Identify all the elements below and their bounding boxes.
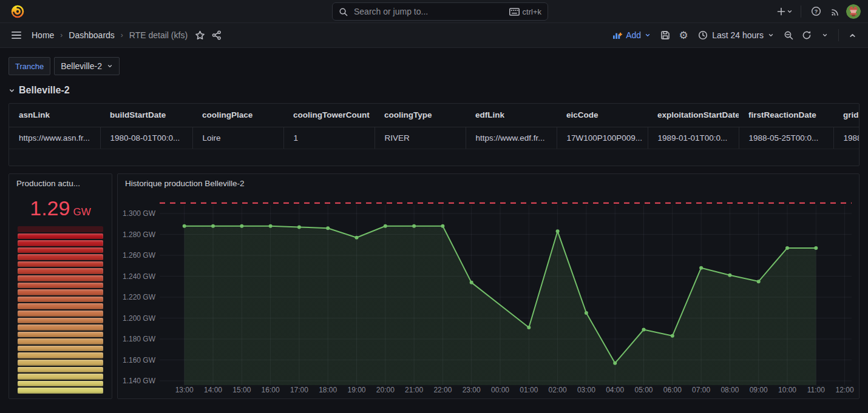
table-cell: 1988 xyxy=(833,127,860,149)
table-cell: RIVER xyxy=(375,127,466,149)
breadcrumb-dashboards[interactable]: Dashboards xyxy=(69,30,115,40)
column-header[interactable]: eicCode xyxy=(557,104,648,127)
gauge-segment xyxy=(18,388,103,394)
column-header[interactable]: firstReactionDate xyxy=(739,104,833,127)
share-icon xyxy=(212,30,222,40)
variable-selected-value: Belleville-2 xyxy=(61,61,102,71)
column-header[interactable]: coolingPlace xyxy=(192,104,283,127)
data-point[interactable] xyxy=(441,224,444,228)
data-point[interactable] xyxy=(412,224,416,228)
data-point[interactable] xyxy=(183,224,186,228)
collapse-toolbar-button[interactable] xyxy=(844,27,861,44)
dashboard-settings-button[interactable]: ⚙ xyxy=(675,27,692,44)
clock-icon xyxy=(698,30,708,40)
table-cell: 1988-05-25T00:0... xyxy=(739,127,833,149)
zoom-out-icon xyxy=(784,30,793,40)
column-header[interactable]: coolingType xyxy=(375,104,466,127)
chevron-up-icon xyxy=(849,32,856,39)
data-point[interactable] xyxy=(671,334,674,338)
gauge-value-number: 1.29 xyxy=(30,196,70,220)
y-axis-tick-label: 1.240 GW xyxy=(123,272,156,281)
data-point[interactable] xyxy=(728,274,731,277)
gauge-segment xyxy=(18,324,103,331)
column-header[interactable]: exploitationStartDate xyxy=(648,104,739,127)
time-range-picker[interactable]: Last 24 hours xyxy=(693,28,779,42)
data-point[interactable] xyxy=(757,280,761,283)
chart-panel-title[interactable]: Historique production Belleville-2 xyxy=(118,174,859,193)
search-input-box[interactable]: ctrl+k xyxy=(332,2,548,21)
variable-value-dropdown[interactable]: Belleville-2 xyxy=(54,57,120,75)
column-header[interactable]: grid xyxy=(833,104,860,127)
production-chart[interactable]: 1.300 GW1.280 GW1.260 GW1.240 GW1.220 GW… xyxy=(118,193,859,397)
news-button[interactable] xyxy=(827,3,844,20)
new-button[interactable] xyxy=(775,3,795,20)
gauge-segment xyxy=(18,289,103,295)
x-axis-tick-label: 19:00 xyxy=(347,386,365,394)
x-axis-tick-label: 13:00 xyxy=(175,386,194,394)
data-point[interactable] xyxy=(814,246,818,250)
rss-icon xyxy=(830,7,840,16)
data-point[interactable] xyxy=(556,229,560,233)
avatar-pixel-art xyxy=(846,4,861,19)
column-header[interactable]: edfLink xyxy=(466,104,557,127)
keyboard-icon xyxy=(509,8,520,16)
search-icon xyxy=(339,7,348,16)
gauge-segment xyxy=(18,367,103,373)
x-axis-tick-label: 07:00 xyxy=(692,386,710,394)
data-point[interactable] xyxy=(326,226,330,230)
data-point[interactable] xyxy=(297,225,301,229)
data-point[interactable] xyxy=(585,311,588,315)
x-axis-tick-label: 03:00 xyxy=(577,386,595,394)
x-axis-tick-label: 02:00 xyxy=(549,386,567,394)
breadcrumb-home[interactable]: Home xyxy=(32,30,54,40)
chevron-down-icon xyxy=(107,63,113,69)
gauge-segment xyxy=(18,297,103,303)
data-point[interactable] xyxy=(785,246,789,250)
column-header[interactable]: asnLink xyxy=(9,104,100,127)
variable-label-tranche: Tranche xyxy=(8,57,50,75)
dashboard-toolbar: Home › Dashboards › RTE detail (kfs) xyxy=(0,23,868,48)
table-cell: Loire xyxy=(192,127,283,149)
data-point[interactable] xyxy=(613,361,617,365)
dashboard-row-toggle[interactable]: Belleville-2 xyxy=(0,75,868,96)
grafana-logo-icon[interactable] xyxy=(10,4,25,19)
data-point[interactable] xyxy=(470,281,473,284)
divider xyxy=(838,29,839,41)
help-button[interactable]: ? xyxy=(807,3,824,20)
add-panel-button[interactable]: Add xyxy=(608,28,656,42)
data-point[interactable] xyxy=(642,327,646,331)
data-point[interactable] xyxy=(240,224,243,228)
dashboard-actions xyxy=(191,27,225,44)
data-point[interactable] xyxy=(355,236,359,240)
data-point[interactable] xyxy=(527,326,531,329)
reactor-info-table-panel: asnLinkbuildStartDatecoolingPlacecooling… xyxy=(8,103,860,166)
data-point[interactable] xyxy=(269,224,273,228)
x-axis-tick-label: 14:00 xyxy=(204,386,222,394)
refresh-interval-button[interactable] xyxy=(816,27,833,44)
table-cell: 17W100P100P009... xyxy=(557,127,648,149)
plus-icon xyxy=(777,7,785,16)
gauge-panel-title[interactable]: Production actu... xyxy=(9,174,112,193)
x-axis-tick-label: 12:00 xyxy=(836,386,854,394)
save-dashboard-button[interactable] xyxy=(657,27,674,44)
toolbar-right: Add ⚙ Last 24 hours xyxy=(608,27,861,44)
zoom-out-time-button[interactable] xyxy=(780,27,797,44)
x-axis-tick-label: 00:00 xyxy=(491,386,509,394)
table-cell: 1 xyxy=(283,127,375,149)
search-input[interactable] xyxy=(353,6,504,17)
refresh-icon xyxy=(802,30,812,40)
column-header[interactable]: buildStartDate xyxy=(100,104,192,127)
column-header[interactable]: coolingTowerCount xyxy=(283,104,375,127)
favorite-button[interactable] xyxy=(191,27,208,44)
data-point[interactable] xyxy=(211,224,215,228)
gauge-segment xyxy=(18,332,103,338)
user-avatar[interactable] xyxy=(846,4,861,19)
data-point[interactable] xyxy=(699,266,703,270)
breadcrumb-current: RTE detail (kfs) xyxy=(129,30,188,40)
mega-menu-button[interactable] xyxy=(7,26,25,44)
gauge-segment xyxy=(18,346,103,352)
share-button[interactable] xyxy=(208,27,225,44)
data-point[interactable] xyxy=(384,224,387,228)
refresh-button[interactable] xyxy=(798,27,815,44)
variables-row: Tranche Belleville-2 xyxy=(0,48,868,75)
